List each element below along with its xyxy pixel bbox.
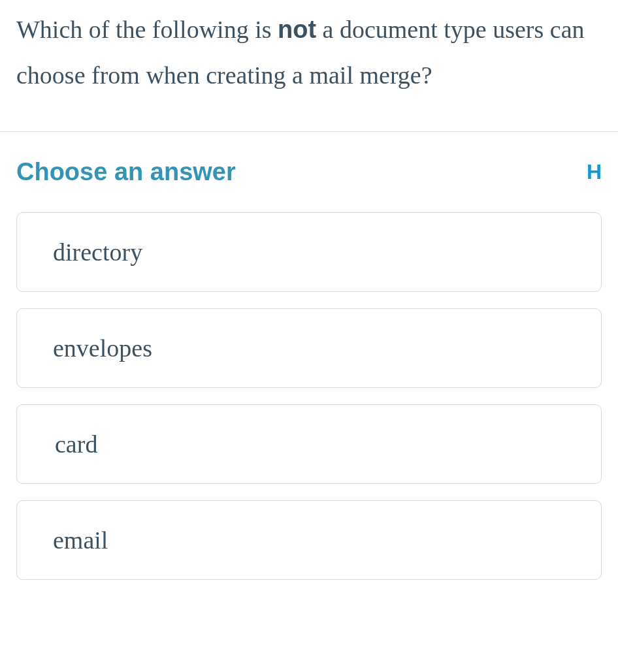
choose-answer-label: Choose an answer	[16, 158, 236, 186]
answer-option-directory[interactable]: directory	[16, 212, 602, 292]
answer-option-email[interactable]: email	[16, 500, 602, 580]
question-prefix: Which of the following is	[16, 16, 278, 43]
answer-header: Choose an answer H	[16, 158, 602, 186]
answer-option-envelopes[interactable]: envelopes	[16, 308, 602, 388]
question-text: Which of the following is not a document…	[16, 7, 602, 99]
answer-option-card[interactable]: card	[16, 404, 602, 484]
answer-option-label: directory	[53, 238, 142, 266]
question-section: Which of the following is not a document…	[0, 0, 618, 131]
answer-option-label: card	[55, 430, 97, 458]
answer-option-label: envelopes	[53, 334, 152, 362]
help-link[interactable]: H	[587, 160, 602, 184]
answer-section: Choose an answer H directory envelopes c…	[0, 132, 618, 609]
question-bold-word: not	[278, 16, 316, 43]
answer-option-label: email	[53, 526, 108, 554]
